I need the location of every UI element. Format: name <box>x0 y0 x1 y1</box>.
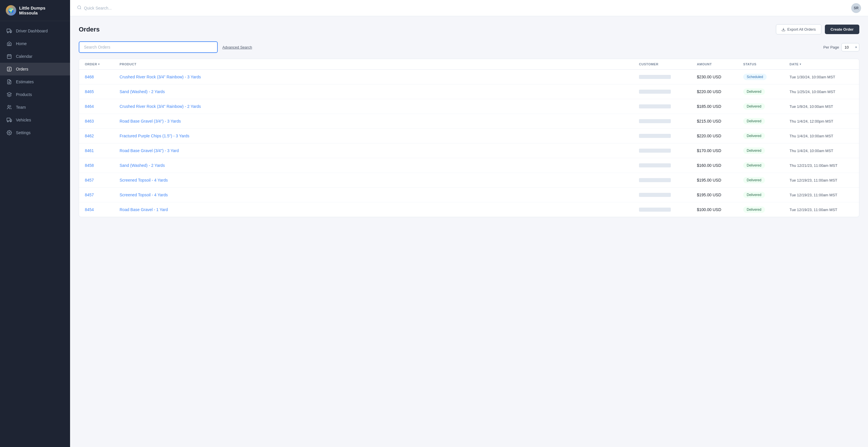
svg-point-10 <box>9 132 10 134</box>
header-actions: Export All Orders Create Order <box>776 24 859 34</box>
product-name[interactable]: Road Base Gravel (3/4") - 3 Yards <box>120 119 181 124</box>
orders-search-input[interactable] <box>79 41 218 53</box>
product-name[interactable]: Screened Topsoil - 4 Yards <box>120 178 168 182</box>
status-badge: Delivered <box>743 103 765 110</box>
page-header: Orders Export All Orders Create Order <box>79 24 859 34</box>
order-id-link[interactable]: 8457 <box>85 178 94 182</box>
product-name[interactable]: Sand (Washed) - 2 Yards <box>120 163 165 168</box>
sidebar-item-label: Orders <box>16 67 28 71</box>
product-name[interactable]: Road Base Gravel - 1 Yard <box>120 207 168 212</box>
product-name[interactable]: Crushed River Rock (3/4" Rainbow) - 3 Ya… <box>120 75 201 79</box>
status-badge: Delivered <box>743 206 765 213</box>
topbar-search-wrap <box>77 5 851 11</box>
status-badge: Delivered <box>743 192 765 198</box>
svg-rect-4 <box>7 67 11 71</box>
download-icon <box>781 28 785 32</box>
customer-bar <box>639 208 671 212</box>
product-name[interactable]: Screened Topsoil - 4 Yards <box>120 193 168 197</box>
status-badge: Delivered <box>743 162 765 169</box>
user-avatar[interactable]: SR <box>851 3 861 13</box>
sidebar-item-label: Calendar <box>16 54 32 59</box>
customer-bar <box>639 104 671 108</box>
svg-point-9 <box>10 121 11 122</box>
amount-cell: $170.00 USD <box>697 148 743 153</box>
amount-cell: $100.00 USD <box>697 207 743 212</box>
sidebar-item-label: Home <box>16 41 27 46</box>
sidebar-item-orders[interactable]: Orders <box>0 63 70 75</box>
per-page-select-wrap: 10 25 50 100 <box>841 43 859 51</box>
team-icon <box>6 104 12 110</box>
table-row: 8464 Crushed River Rock (3/4" Rainbow) -… <box>79 99 859 114</box>
customer-bar <box>639 163 671 167</box>
sidebar-item-products[interactable]: Products <box>0 88 70 101</box>
date-cell: Tue 12/19/23, 11:00am MST <box>789 193 853 197</box>
status-badge: Scheduled <box>743 74 767 80</box>
svg-point-1 <box>7 32 8 33</box>
table-row: 8454 Road Base Gravel - 1 Yard $100.00 U… <box>79 202 859 217</box>
sidebar-item-label: Products <box>16 92 32 97</box>
sidebar-item-label: Estimates <box>16 79 34 84</box>
sidebar-item-settings[interactable]: Settings <box>0 126 70 139</box>
export-all-orders-button[interactable]: Export All Orders <box>776 24 821 34</box>
sidebar-item-label: Driver Dashboard <box>16 29 48 33</box>
product-name[interactable]: Crushed River Rock (3/4" Rainbow) - 2 Ya… <box>120 104 201 109</box>
table-row: 8458 Sand (Washed) - 2 Yards $160.00 USD… <box>79 158 859 173</box>
per-page-select[interactable]: 10 25 50 100 <box>841 43 859 51</box>
customer-bar <box>639 178 671 182</box>
search-row: Advanced Search Per Page 10 25 50 100 <box>79 41 859 53</box>
customer-bar <box>639 119 671 123</box>
order-id-link[interactable]: 8468 <box>85 75 94 79</box>
sort-icon-date: ▾ <box>800 63 801 66</box>
topbar-search-input[interactable] <box>84 6 171 10</box>
order-id-link[interactable]: 8461 <box>85 148 94 153</box>
order-id-link[interactable]: 8464 <box>85 104 94 109</box>
order-id-link[interactable]: 8465 <box>85 89 94 94</box>
amount-cell: $230.00 USD <box>697 75 743 79</box>
order-id-link[interactable]: 8457 <box>85 193 94 197</box>
sidebar-item-estimates[interactable]: Estimates <box>0 75 70 88</box>
col-header-status: STATUS <box>743 63 789 66</box>
status-badge: Delivered <box>743 147 765 154</box>
table-row: 8457 Screened Topsoil - 4 Yards $195.00 … <box>79 187 859 202</box>
table-header: ORDER ▾ PRODUCT CUSTOMER AMOUNT STATUS D… <box>79 59 859 70</box>
sidebar-item-calendar[interactable]: Calendar <box>0 50 70 63</box>
amount-cell: $160.00 USD <box>697 163 743 168</box>
amount-cell: $195.00 USD <box>697 178 743 182</box>
orders-table: ORDER ▾ PRODUCT CUSTOMER AMOUNT STATUS D… <box>79 59 859 217</box>
advanced-search-link[interactable]: Advanced Search <box>222 45 252 49</box>
order-id-link[interactable]: 8454 <box>85 207 94 212</box>
order-id-link[interactable]: 8462 <box>85 134 94 138</box>
svg-rect-0 <box>7 29 10 32</box>
truck-icon <box>6 28 12 34</box>
order-id-link[interactable]: 8458 <box>85 163 94 168</box>
sidebar-item-home[interactable]: Home <box>0 37 70 50</box>
status-badge: Delivered <box>743 89 765 95</box>
status-badge: Delivered <box>743 118 765 124</box>
col-header-date: DATE ▾ <box>789 63 853 66</box>
customer-bar <box>639 134 671 138</box>
customer-bar <box>639 149 671 153</box>
per-page-wrap: Per Page 10 25 50 100 <box>824 43 859 51</box>
product-name[interactable]: Fractured Purple Chips (1.5") - 3 Yards <box>120 134 189 138</box>
page-content: Orders Export All Orders Create Order Ad… <box>70 16 868 447</box>
gear-icon <box>6 130 12 136</box>
sidebar-item-label: Team <box>16 105 26 110</box>
table-row: 8465 Sand (Washed) - 2 Yards $220.00 USD… <box>79 84 859 99</box>
svg-point-11 <box>78 6 81 9</box>
order-id-link[interactable]: 8463 <box>85 119 94 124</box>
date-cell: Thu 1/25/24, 10:00am MST <box>789 90 853 94</box>
table-row: 8457 Screened Topsoil - 4 Yards $195.00 … <box>79 173 859 187</box>
sidebar-item-vehicles[interactable]: Vehicles <box>0 114 70 126</box>
product-name[interactable]: Sand (Washed) - 2 Yards <box>120 89 165 94</box>
per-page-label: Per Page <box>824 45 839 49</box>
sidebar-item-driver-dashboard[interactable]: Driver Dashboard <box>0 25 70 37</box>
amount-cell: $185.00 USD <box>697 104 743 109</box>
main-content: SR Orders Export All Orders Create Order… <box>70 0 868 447</box>
amount-cell: $220.00 USD <box>697 134 743 138</box>
sidebar-item-team[interactable]: Team <box>0 101 70 114</box>
table-row: 8463 Road Base Gravel (3/4") - 3 Yards $… <box>79 114 859 129</box>
svg-point-6 <box>8 105 9 107</box>
create-order-button[interactable]: Create Order <box>825 25 859 34</box>
home-icon <box>6 41 12 46</box>
product-name[interactable]: Road Base Gravel (3/4") - 3 Yard <box>120 148 179 153</box>
